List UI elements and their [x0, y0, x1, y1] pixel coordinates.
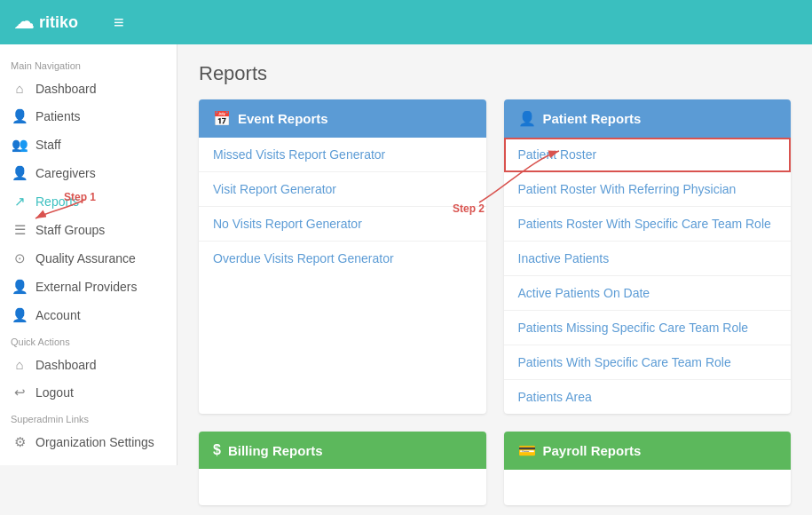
event-reports-card: 📅 Event Reports Missed Visits Report Gen… [199, 99, 486, 414]
patients-missing-care-link[interactable]: Patients Missing Specific Care Team Role [504, 311, 792, 345]
caregivers-icon: 👤 [11, 165, 28, 181]
payroll-reports-card: 💳 Payroll Reports [504, 432, 792, 505]
topbar: ☁ ritiko ≡ [0, 0, 812, 44]
external-providers-icon: 👤 [11, 279, 28, 295]
sidebar-item-label: Account [35, 308, 81, 322]
sidebar-item-dashboard[interactable]: ⌂ Dashboard [0, 75, 177, 102]
patients-roster-specific-care-link[interactable]: Patients Roster With Specific Care Team … [504, 207, 792, 242]
qa-dashboard-icon: ⌂ [11, 357, 28, 372]
hamburger-button[interactable]: ≡ [114, 12, 124, 33]
missed-visits-link[interactable]: Missed Visits Report Generator [199, 138, 486, 172]
event-reports-body: Missed Visits Report Generator Visit Rep… [199, 138, 486, 275]
sidebar-item-label: Patients [35, 109, 81, 123]
staff-groups-icon: ☰ [11, 222, 28, 238]
patient-reports-card: 👤 Patient Reports Patient Roster Patient… [504, 99, 792, 414]
settings-icon: ⚙ [11, 434, 28, 450]
patient-roster-referring-link[interactable]: Patient Roster With Referring Physician [504, 172, 792, 207]
payroll-reports-title: Payroll Reports [543, 443, 642, 458]
sidebar-item-quality-assurance[interactable]: ⊙ Quality Assurance [0, 244, 177, 273]
content-area: Reports 📅 Event Reports Missed Visits Re… [177, 44, 812, 515]
payroll-icon: 💳 [518, 442, 536, 459]
sidebar-item-reports[interactable]: ↗ Reports [0, 187, 177, 216]
main-layout: Main Navigation ⌂ Dashboard 👤 Patients 👥… [0, 44, 812, 515]
billing-reports-header: $ Billing Reports [199, 432, 486, 469]
patients-icon: 👤 [11, 108, 28, 124]
patient-reports-body: Patient Roster Patient Roster With Refer… [504, 138, 792, 414]
main-nav-label: Main Navigation [0, 53, 177, 75]
qa-icon: ⊙ [11, 250, 28, 266]
billing-reports-title: Billing Reports [228, 443, 323, 458]
sidebar-item-staff-groups[interactable]: ☰ Staff Groups [0, 216, 177, 244]
calendar-icon: 📅 [213, 110, 231, 127]
patient-reports-title: Patient Reports [543, 111, 642, 126]
active-patients-date-link[interactable]: Active Patients On Date [504, 276, 792, 311]
logout-icon: ↩ [11, 384, 28, 400]
patient-reports-header: 👤 Patient Reports [504, 99, 792, 138]
sidebar-item-org-settings[interactable]: ⚙ Organization Settings [0, 428, 177, 456]
account-icon: 👤 [11, 307, 28, 323]
inactive-patients-link[interactable]: Inactive Patients [504, 242, 792, 276]
patient-reports-icon: 👤 [518, 110, 536, 127]
overdue-visits-link[interactable]: Overdue Visits Report Generator [199, 242, 486, 275]
sidebar-item-label: Staff Groups [35, 223, 105, 237]
logo-text: ritiko [39, 13, 78, 32]
payroll-reports-header: 💳 Payroll Reports [504, 432, 792, 470]
sidebar-item-label: Dashboard [35, 358, 97, 372]
event-reports-title: Event Reports [238, 111, 328, 126]
reports-icon: ↗ [11, 194, 28, 210]
sidebar-item-label: Reports [35, 194, 79, 209]
dollar-icon: $ [213, 442, 221, 458]
sidebar-item-staff[interactable]: 👥 Staff [0, 131, 177, 159]
sidebar-item-label: Staff [35, 138, 61, 152]
superadmin-label: Superadmin Links [0, 407, 177, 428]
logo: ☁ ritiko [14, 11, 78, 34]
staff-icon: 👥 [11, 137, 28, 153]
sidebar-item-account[interactable]: 👤 Account [0, 301, 177, 329]
visit-report-link[interactable]: Visit Report Generator [199, 172, 486, 207]
sidebar-item-label: Caregivers [35, 166, 96, 180]
sidebar-item-label: External Providers [35, 280, 137, 294]
patient-roster-link[interactable]: Patient Roster [504, 138, 792, 172]
sidebar-item-qa-dashboard[interactable]: ⌂ Dashboard [0, 351, 177, 378]
billing-reports-card: $ Billing Reports [199, 432, 486, 505]
sidebar-item-label: Logout [35, 385, 74, 400]
sidebar-item-logout[interactable]: ↩ Logout [0, 378, 177, 407]
cards-grid: 📅 Event Reports Missed Visits Report Gen… [199, 99, 791, 505]
sidebar-item-caregivers[interactable]: 👤 Caregivers [0, 159, 177, 187]
billing-reports-body [199, 469, 486, 504]
patients-with-care-link[interactable]: Patients With Specific Care Team Role [504, 345, 792, 380]
quick-actions-label: Quick Actions [0, 329, 177, 351]
payroll-reports-body [504, 470, 792, 505]
page-title: Reports [199, 62, 791, 85]
sidebar-item-external-providers[interactable]: 👤 External Providers [0, 273, 177, 301]
sidebar-item-label: Dashboard [35, 82, 97, 96]
sidebar-item-label: Organization Settings [35, 435, 154, 449]
logo-icon: ☁ [14, 11, 34, 34]
sidebar: Main Navigation ⌂ Dashboard 👤 Patients 👥… [0, 44, 177, 465]
sidebar-item-patients[interactable]: 👤 Patients [0, 102, 177, 131]
home-icon: ⌂ [11, 81, 28, 96]
no-visits-link[interactable]: No Visits Report Generator [199, 207, 486, 242]
patients-area-link[interactable]: Patients Area [504, 380, 792, 414]
sidebar-item-label: Quality Assurance [35, 251, 136, 265]
event-reports-header: 📅 Event Reports [199, 99, 486, 138]
